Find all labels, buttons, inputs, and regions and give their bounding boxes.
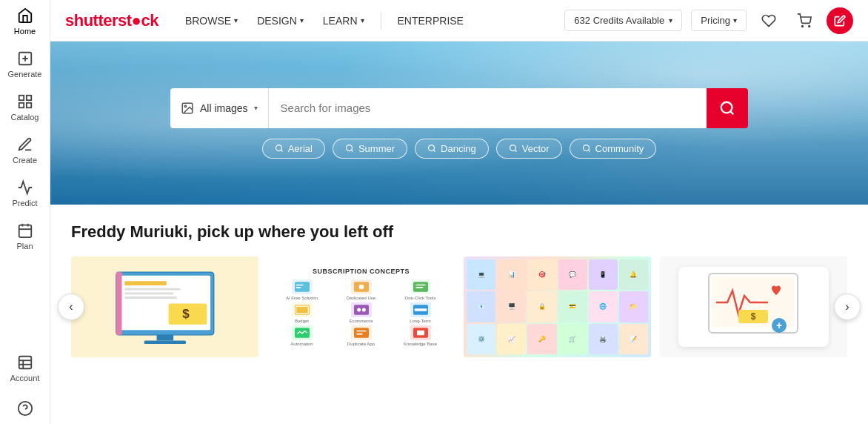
icon-cell-12: 📁 (619, 291, 648, 322)
search-input[interactable] (269, 88, 707, 128)
sidebar-item-home[interactable]: Home (0, 0, 50, 43)
suggestion-aerial[interactable]: Aerial (262, 139, 325, 159)
svg-rect-48 (415, 285, 425, 286)
svg-rect-4 (26, 103, 30, 107)
pricing-button[interactable]: Pricing ▾ (691, 10, 747, 31)
image-card-4[interactable]: $ + (660, 256, 847, 357)
svg-point-54 (361, 308, 365, 312)
search-type-chevron-icon: ▾ (254, 104, 258, 112)
sidebar-item-home-label: Home (14, 27, 36, 36)
suggestion-community[interactable]: Community (570, 139, 657, 159)
browse-menu[interactable]: BROWSE ▾ (176, 9, 247, 33)
subscription-card-grid: AI Free Solution Dedicated Use One-Click… (273, 279, 449, 346)
design-menu[interactable]: DESIGN ▾ (248, 9, 313, 33)
sub-label-9: Knowledge Base (404, 342, 437, 346)
create-icon (17, 136, 33, 153)
search-suggestions: Aerial Summer Dancing Vector Community (262, 139, 657, 159)
svg-line-26 (433, 150, 435, 151)
suggestion-summer[interactable]: Summer (333, 139, 407, 159)
svg-rect-35 (124, 292, 173, 294)
sidebar-item-create-label: Create (13, 156, 37, 165)
icon-cell-2: 📊 (497, 259, 526, 290)
grid-next-button[interactable]: › (834, 294, 861, 320)
icon-cell-9: 🔒 (527, 291, 556, 322)
sub-item-4: Budget (273, 302, 330, 323)
svg-point-53 (357, 308, 361, 312)
sidebar-item-account[interactable]: Account (0, 347, 50, 390)
sub-label-4: Budget (295, 319, 309, 323)
svg-rect-60 (356, 334, 362, 335)
svg-point-18 (184, 105, 186, 107)
search-type-select[interactable]: All images ▾ (170, 88, 269, 128)
svg-rect-33 (124, 281, 166, 285)
sub-label-5: Ecommerce (349, 319, 373, 323)
sub-item-3: One-Click Tools (392, 279, 449, 300)
sidebar-item-help[interactable] (0, 393, 50, 424)
image-card-2[interactable]: SUBSCRIPTION CONCEPTS AI Free Solution D… (267, 256, 455, 357)
sidebar-item-catalog[interactable]: Catalog (0, 86, 50, 129)
search-bar-container: All images ▾ (170, 88, 748, 128)
logo[interactable]: shutterst●ck (65, 11, 158, 30)
sidebar: Home Generate Catalog Create Predict Pla… (0, 0, 50, 424)
sidebar-item-generate[interactable]: Generate (0, 43, 50, 86)
svg-point-25 (429, 145, 435, 151)
search-small-icon5 (582, 144, 591, 153)
icon-cell-11: 🌐 (589, 291, 618, 322)
browse-chevron-icon: ▾ (234, 16, 238, 24)
help-icon (17, 400, 33, 417)
browse-label: BROWSE (185, 15, 231, 27)
svg-point-19 (721, 102, 732, 113)
hero-section: All images ▾ Aerial Summer Dancing (50, 42, 868, 205)
sub-label-2: Dedicated Use (347, 296, 375, 300)
search-small-icon (275, 144, 284, 153)
credits-button[interactable]: 632 Credits Available ▾ (564, 10, 682, 31)
svg-rect-58 (354, 328, 369, 337)
suggestion-aerial-label: Aerial (288, 143, 313, 154)
icon-cell-18: 📝 (619, 324, 648, 354)
wishlist-button[interactable] (755, 7, 782, 34)
sub-label-8: Duplicate App (347, 342, 375, 346)
sub-label-3: One-Click Tools (405, 296, 436, 300)
grid-prev-button[interactable]: ‹ (58, 294, 84, 320)
search-button[interactable] (707, 88, 748, 128)
search-type-label: All images (200, 102, 248, 114)
svg-point-23 (346, 145, 352, 151)
sidebar-item-plan-label: Plan (16, 242, 33, 251)
search-small-icon3 (427, 144, 436, 153)
suggestion-vector-label: Vector (522, 143, 550, 154)
nav-divider (381, 12, 381, 30)
sidebar-item-predict[interactable]: Predict (0, 172, 50, 215)
suggestion-dancing[interactable]: Dancing (415, 139, 489, 159)
sub-item-7: Automation (273, 325, 330, 346)
enterprise-link[interactable]: ENTERPRISE (389, 9, 473, 33)
svg-rect-9 (19, 357, 31, 369)
suggestion-summer-label: Summer (358, 143, 395, 154)
cart-button[interactable] (791, 7, 818, 34)
image-card-1[interactable]: $ (71, 256, 258, 357)
sidebar-item-plan[interactable]: Plan (0, 215, 50, 258)
svg-rect-39 (116, 272, 122, 335)
svg-text:+: + (776, 319, 782, 331)
edit-profile-button[interactable] (827, 7, 853, 34)
svg-point-46 (358, 285, 364, 290)
search-small-icon2 (345, 144, 354, 153)
svg-rect-41 (144, 340, 185, 344)
topnav: shutterst●ck BROWSE ▾ DESIGN ▾ LEARN ▾ E… (50, 0, 868, 42)
image-card-3[interactable]: 💻 📊 🎯 💬 📱 🔔 📧 🖥️ 🔒 💳 🌐 📁 ⚙️ 📈 (464, 256, 651, 357)
image-grid: ‹ $ (71, 256, 847, 357)
sub-label-1: AI Free Solution (286, 296, 318, 300)
learn-label: LEARN (323, 15, 358, 27)
suggestion-vector[interactable]: Vector (496, 139, 562, 159)
content-area: Freddy Muriuki, pick up where you left o… (50, 205, 868, 424)
predict-icon (17, 179, 33, 196)
suggestion-community-label: Community (595, 143, 644, 154)
sidebar-item-account-label: Account (10, 374, 40, 382)
sidebar-item-create[interactable]: Create (0, 129, 50, 172)
health-card-inner: $ + (678, 267, 828, 348)
icon-cell-3: 🎯 (527, 259, 556, 290)
svg-point-29 (583, 145, 589, 151)
search-icon (719, 100, 735, 116)
learn-menu[interactable]: LEARN ▾ (314, 9, 373, 33)
subscription-card-title: SUBSCRIPTION CONCEPTS (313, 268, 410, 275)
svg-rect-40 (156, 335, 173, 341)
